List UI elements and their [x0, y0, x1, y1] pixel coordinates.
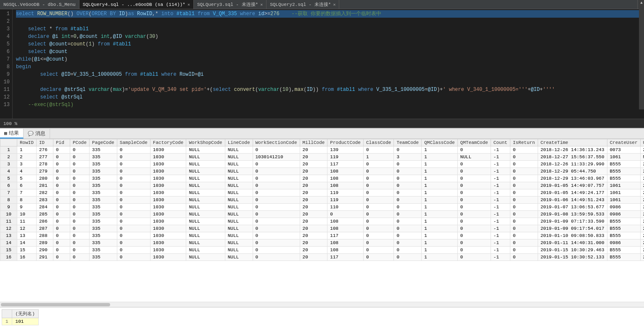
col-Count[interactable]: Count	[491, 139, 510, 146]
col-QMClassCode[interactable]: QMClassCode	[422, 139, 458, 146]
h-scrollbar[interactable]	[0, 302, 644, 307]
tab-sqlquery2[interactable]: SQLQuery2.sql - 未连接* ✕	[267, 0, 339, 9]
col-SampleCode[interactable]: SampleCode	[117, 139, 150, 146]
cell: 1030	[150, 254, 186, 261]
code-line-8: begin	[16, 63, 641, 71]
close-tab-icon[interactable]: ✕	[333, 2, 335, 7]
tab-results[interactable]: ▦ 结果	[0, 129, 24, 138]
cell: NULL	[186, 189, 225, 197]
table-row[interactable]: 552800033501030NULLNULL0201080010-102018…	[0, 175, 644, 182]
col-PCode[interactable]: PCode	[70, 139, 90, 146]
cell: 2019-01-~	[640, 211, 644, 218]
code-editor[interactable]: select ROW_NUMBER() OVER(ORDER BY ID)as …	[13, 9, 644, 119]
col-CreateTime[interactable]: CreateTime	[538, 139, 607, 146]
col-UpdateTi[interactable]: UpdateTi...	[640, 139, 644, 146]
tab-messages[interactable]: 💬 消息	[24, 129, 50, 138]
table-row[interactable]: 112760033501030NULLNULL0201390010-102018…	[0, 146, 644, 154]
cell: 1	[422, 254, 458, 261]
cell: 335	[90, 218, 117, 225]
code-line-6: select @count	[16, 48, 641, 56]
cell: 1030	[150, 146, 186, 154]
table-row[interactable]: 14142890033501030NULLNULL0201080010-1020…	[0, 239, 644, 247]
cell: 1	[422, 168, 458, 175]
table-row[interactable]: 12122870033501030NULLNULL0201080010-1020…	[0, 225, 644, 232]
table-row[interactable]: 16162910033501030NULLNULL0201170010-1020…	[0, 254, 644, 261]
cell: 1	[422, 211, 458, 218]
table-row[interactable]: 10102850033501030NULLNULL02000010-102019…	[0, 211, 644, 218]
cell: B555	[607, 247, 640, 254]
cell: 0	[70, 204, 90, 211]
cell: 0	[394, 247, 422, 254]
table-row[interactable]: 772820033501030NULLNULL0201190010-102019…	[0, 189, 644, 197]
col-TeamCode[interactable]: TeamCode	[394, 139, 422, 146]
cell: 13	[17, 232, 37, 239]
row-index: 3	[0, 161, 17, 168]
table-row[interactable]: 332780033501030NULLNULL0201170010-102018…	[0, 161, 644, 168]
table-row[interactable]: 13132880033501030NULLNULL0201170010-1020…	[0, 232, 644, 239]
cell: -1	[491, 168, 510, 175]
cell: 0	[394, 197, 422, 204]
cell: 1030	[150, 211, 186, 218]
cell: 1	[422, 218, 458, 225]
col-FactoryCode[interactable]: FactoryCode	[150, 139, 186, 146]
cell: 0	[363, 232, 393, 239]
cell: 0	[117, 182, 150, 189]
cell: 335	[90, 225, 117, 232]
col-IsReturn[interactable]: IsReturn	[510, 139, 538, 146]
cell: 2019-01-~	[640, 254, 644, 261]
table-row[interactable]: 11112860033501030NULLNULL0201080010-1020…	[0, 218, 644, 225]
cell: 20	[300, 239, 327, 247]
table-row[interactable]: 222770033501030NULLNULL10301412102011913…	[0, 154, 644, 161]
cell: 2019-01-~	[640, 225, 644, 232]
col-PageCode[interactable]: PageCode	[90, 139, 117, 146]
cell: 20	[300, 232, 327, 239]
cell: B555	[607, 175, 640, 182]
col-QMTeamCode[interactable]: QMTeamCode	[457, 139, 491, 146]
cell: 0	[510, 204, 538, 211]
table-row[interactable]: 662810033501030NULLNULL0201080010-102019…	[0, 182, 644, 189]
cell: 0	[253, 254, 300, 261]
close-tab-icon[interactable]: ✕	[260, 2, 263, 7]
cell: 20	[300, 204, 327, 211]
cell: 2019-01-09 07:17:33.590	[538, 218, 607, 225]
cell: 0	[510, 189, 538, 197]
col-ClassCode[interactable]: ClassCode	[363, 139, 393, 146]
editor-scrollbar[interactable]: ▲	[639, 9, 644, 109]
col-CreateUser[interactable]: CreateUser	[607, 139, 640, 146]
col-ID[interactable]: ID	[37, 139, 53, 146]
cell: 287	[37, 225, 53, 232]
col-WorkShopCode[interactable]: WorkShopCode	[186, 139, 225, 146]
tab-sqlquery4[interactable]: SQLQuery4.sql - ...eGooDB (sa (114))* ✕	[79, 0, 194, 9]
secondary-col[interactable]: (无列名)	[12, 310, 38, 318]
col-LineCode[interactable]: LineCode	[225, 139, 253, 146]
cell: 0	[363, 161, 393, 168]
code-line-1: select ROW_NUMBER() OVER(ORDER BY ID)as …	[16, 10, 641, 18]
cell: 279	[37, 168, 53, 175]
cell: 1030	[150, 175, 186, 182]
cell: 0	[457, 189, 491, 197]
cell: 2019-01-~	[640, 182, 644, 189]
cell: 108	[327, 168, 364, 175]
cell: 0	[70, 161, 90, 168]
table-row[interactable]: 882830033501030NULLNULL0201190010-102019…	[0, 197, 644, 204]
col-RowID[interactable]: RowID	[17, 139, 37, 146]
cell: 0	[457, 204, 491, 211]
cell: 0	[363, 189, 393, 197]
col-WorkSectionCode[interactable]: WorkSectionCode	[253, 139, 300, 146]
tab-ngsql[interactable]: NGSQL.VeGooDB - dbo.S_Menu	[0, 0, 79, 9]
cell: 1	[422, 175, 458, 182]
cell: 1	[422, 146, 458, 154]
col-ProductCode[interactable]: ProductCode	[327, 139, 364, 146]
close-tab-icon[interactable]: ✕	[187, 2, 190, 7]
cell: 0	[53, 168, 70, 175]
table-row[interactable]: 992840033501030NULLNULL0201100010-102019…	[0, 204, 644, 211]
cell: -1	[491, 254, 510, 261]
h-scrollbar-thumb[interactable]	[1, 303, 110, 306]
table-row[interactable]: 442790033501030NULLNULL0201080010-102018…	[0, 168, 644, 175]
cell: 0	[53, 232, 70, 239]
col-Pid[interactable]: Pid	[53, 139, 70, 146]
data-grid-wrapper[interactable]: RowID ID Pid PCode PageCode SampleCode F…	[0, 139, 644, 302]
table-row[interactable]: 15152900033501030NULLNULL0201080010-1020…	[0, 247, 644, 254]
col-MillCode[interactable]: MillCode	[300, 139, 327, 146]
tab-sqlquery3[interactable]: SQLQuery3.sql - 未连接* ✕	[194, 0, 267, 9]
